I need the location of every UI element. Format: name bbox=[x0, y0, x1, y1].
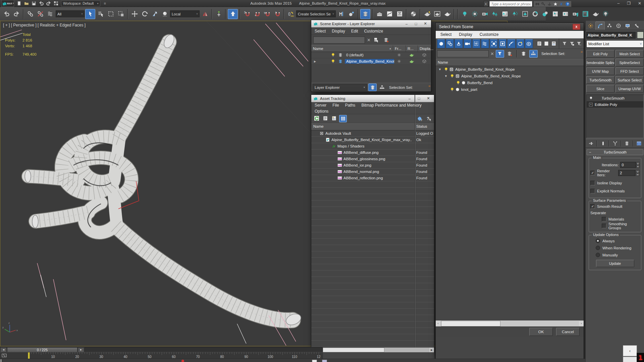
modifier-button-slice[interactable]: Slice bbox=[586, 85, 614, 93]
when-rendering-radio[interactable] bbox=[596, 246, 600, 250]
display-lights-button[interactable] bbox=[454, 39, 463, 48]
modifier-button-surface-select[interactable]: Surface Select bbox=[615, 76, 644, 84]
angle-snap-button[interactable] bbox=[252, 9, 262, 19]
filter-combine-button[interactable] bbox=[576, 40, 583, 48]
close-button[interactable]: ✕ bbox=[425, 96, 432, 101]
isoline-display-checkbox[interactable] bbox=[590, 181, 595, 185]
collapse-arrow-icon[interactable]: ▼ bbox=[438, 68, 441, 71]
material-editor-button[interactable] bbox=[409, 9, 418, 19]
refresh-button[interactable] bbox=[313, 115, 320, 122]
layer-visibility-icon[interactable] bbox=[331, 53, 335, 57]
render-production-button[interactable] bbox=[442, 9, 452, 19]
modifier-list-dropdown[interactable]: Modifier List ˅ bbox=[586, 40, 644, 48]
select-scale-button[interactable] bbox=[150, 9, 159, 19]
list-view-button[interactable] bbox=[322, 115, 329, 122]
scene-explorer-titlebar[interactable]: Scene Explorer - Layer Explorer – □ ✕ bbox=[311, 20, 431, 27]
search-binoculars-icon[interactable] bbox=[535, 2, 540, 6]
blank-doc-button[interactable] bbox=[543, 40, 550, 48]
column-render[interactable]: R... bbox=[406, 45, 418, 52]
vray-frame-buffer-button[interactable] bbox=[581, 9, 590, 19]
modifier-button-uvw-map[interactable]: UVW Map bbox=[586, 67, 614, 75]
bind-spacewarp-button[interactable] bbox=[46, 9, 55, 19]
close-button[interactable]: ✕ bbox=[638, 1, 641, 6]
schematic-view-button[interactable] bbox=[395, 9, 404, 19]
display-containers-button[interactable] bbox=[516, 39, 524, 48]
column-name[interactable]: Name bbox=[313, 124, 324, 128]
smoothing-groups-checkbox[interactable] bbox=[602, 224, 606, 228]
minimize-button[interactable]: – bbox=[617, 1, 620, 6]
tab-create[interactable] bbox=[586, 22, 595, 30]
curve-editor-button[interactable] bbox=[385, 9, 394, 19]
menu-server[interactable]: Server bbox=[315, 103, 326, 108]
reference-coordinate-system-dropdown[interactable]: Local˅ bbox=[170, 10, 200, 17]
overflow-chevrons[interactable]: » bbox=[581, 50, 582, 54]
scroll-right-icon[interactable]: › bbox=[579, 321, 584, 326]
unlink-button[interactable] bbox=[36, 9, 45, 19]
scrollbar-thumb[interactable] bbox=[317, 348, 384, 352]
remove-modifier-button[interactable] bbox=[624, 139, 630, 147]
menu-options[interactable]: Options bbox=[315, 109, 328, 114]
open-file-button[interactable] bbox=[23, 0, 30, 6]
vray-tree-list-button[interactable] bbox=[500, 9, 509, 19]
tree-header[interactable]: Name bbox=[436, 59, 584, 66]
render-setup-button[interactable] bbox=[422, 9, 432, 19]
redo-button[interactable] bbox=[46, 0, 52, 6]
modifier-button-edit-poly[interactable]: Edit Poly bbox=[586, 50, 614, 58]
vray-teapot-button[interactable] bbox=[591, 9, 600, 19]
menu-paths[interactable]: Paths bbox=[345, 103, 356, 108]
select-object-button[interactable] bbox=[85, 9, 95, 19]
iterations-field[interactable]: 0 bbox=[620, 162, 636, 168]
select-move-button[interactable] bbox=[130, 9, 139, 19]
tree-item[interactable]: Butterfly_Bend bbox=[436, 79, 584, 86]
restore-button[interactable]: ❐ bbox=[627, 1, 631, 6]
use-pivot-center-button[interactable] bbox=[200, 9, 210, 19]
modifier-button-mesh-select[interactable]: Mesh Select bbox=[615, 50, 644, 58]
render-iters-checkbox[interactable]: ✓ bbox=[590, 171, 595, 175]
filter-selection-set-button[interactable] bbox=[569, 40, 575, 48]
rendered-frame-window-button[interactable] bbox=[432, 9, 442, 19]
save-file-button[interactable] bbox=[31, 0, 37, 6]
rect-select-region-button[interactable] bbox=[106, 9, 115, 19]
object-name-field[interactable]: Alpine_Butterfly_Bend_K bbox=[586, 32, 636, 39]
tree-item[interactable]: ▼Alpine_Butterfly_Bend_Knot_Rope bbox=[436, 66, 584, 73]
minimize-button[interactable]: – bbox=[406, 97, 413, 101]
render-toggle-icon[interactable] bbox=[406, 53, 418, 57]
overflow-chevrons[interactable]: » bbox=[428, 84, 430, 88]
menu-bitmap-performance-and-memory[interactable]: Bitmap Performance and Memory bbox=[361, 103, 421, 108]
column-status[interactable]: Status bbox=[416, 124, 427, 128]
stack-entry[interactable]: +Editable Poly bbox=[587, 101, 643, 108]
close-button[interactable]: x bbox=[573, 24, 580, 30]
display-xrefs-button[interactable] bbox=[498, 39, 506, 48]
asset-tracking-hscrollbar[interactable]: ◄ ► bbox=[311, 348, 434, 352]
vray-sun-button[interactable] bbox=[470, 9, 479, 19]
display-shapes-button[interactable] bbox=[446, 39, 454, 48]
previous-frame-button[interactable]: ◄ bbox=[0, 347, 7, 352]
column-name[interactable]: Name▲ bbox=[311, 45, 393, 52]
select-place-button[interactable] bbox=[228, 9, 238, 19]
layer-view-button[interactable] bbox=[368, 83, 377, 91]
panel-scroll-box[interactable] bbox=[623, 357, 637, 362]
subscription-key-icon[interactable] bbox=[541, 2, 546, 6]
configure-modifier-sets-button[interactable] bbox=[636, 139, 642, 147]
always-radio[interactable] bbox=[596, 239, 600, 243]
smooth-result-checkbox[interactable]: ✓ bbox=[590, 204, 595, 209]
layer-manager-button[interactable] bbox=[360, 9, 370, 19]
tree-item[interactable]: ▼Alpine_Butterfly_Bend_Knot_Rope bbox=[436, 73, 584, 79]
time-slider-track[interactable] bbox=[85, 347, 322, 352]
select-by-name-button[interactable] bbox=[96, 9, 105, 19]
scroll-left-icon[interactable]: ‹ bbox=[436, 321, 440, 326]
tab-modify[interactable] bbox=[595, 21, 605, 30]
asset-row[interactable]: Maps / Shaders bbox=[311, 143, 434, 149]
rollout-header[interactable]: − TurboSmooth bbox=[587, 149, 643, 155]
vray-camera-add-button[interactable] bbox=[571, 9, 580, 19]
pin-stack-button[interactable] bbox=[588, 139, 594, 147]
infocenter-search-input[interactable] bbox=[489, 1, 532, 7]
tree-view-button[interactable] bbox=[330, 115, 337, 122]
layer-visibility-icon[interactable] bbox=[331, 59, 335, 64]
selection-filter-dropdown[interactable]: All˅ bbox=[56, 10, 85, 17]
menu-customize[interactable]: Customize bbox=[364, 29, 383, 34]
help-globe-button[interactable]: ? bbox=[416, 115, 423, 122]
undo-button[interactable] bbox=[38, 0, 44, 6]
workspace-dropdown[interactable]: Workspace: Default ▾ bbox=[61, 1, 100, 6]
named-selection-sets-dropdown[interactable]: Create Selection Se˅ bbox=[296, 10, 336, 17]
